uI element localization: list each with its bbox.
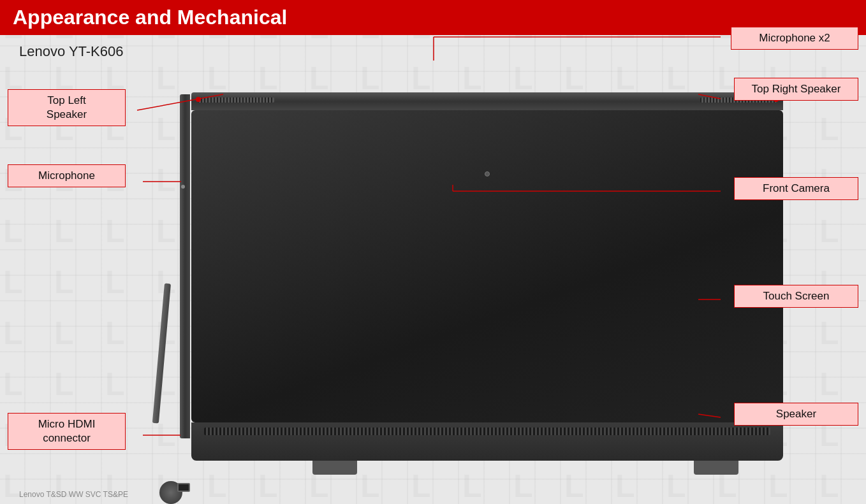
label-microphone: Microphone [8, 164, 126, 187]
speaker-dot-left [196, 97, 201, 102]
footer-text: Lenovo T&SD WW SVC TS&PE [19, 490, 128, 499]
kickstand-arm [152, 284, 171, 424]
label-top-left-speaker: Top LeftSpeaker [8, 89, 126, 126]
front-camera-dot [485, 171, 490, 176]
hdmi-port [177, 483, 190, 492]
mic-dot-side [181, 185, 185, 189]
top-speaker-bar [191, 92, 783, 110]
device-illustration [140, 61, 783, 466]
label-front-camera: Front Camera [734, 177, 858, 200]
bottom-speaker-bar [191, 422, 783, 461]
label-touch-screen: Touch Screen [734, 285, 858, 308]
foot-right [694, 461, 738, 475]
page-title: Appearance and Mechanical [13, 6, 287, 29]
label-speaker: Speaker [734, 403, 858, 426]
label-micro-hdmi: Micro HDMIconnector [8, 413, 126, 450]
model-label: Lenovo YT-K606 [19, 43, 124, 60]
label-microphone-x2: Microphone x2 [731, 27, 858, 50]
foot-left [312, 461, 357, 475]
device-side-bar [180, 94, 190, 438]
label-top-right-speaker: Top Right Speaker [734, 78, 858, 101]
main-screen [191, 110, 783, 422]
